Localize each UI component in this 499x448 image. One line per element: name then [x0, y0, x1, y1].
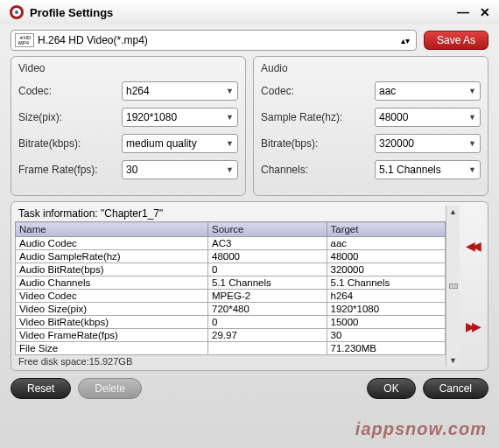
svg-point-2 — [15, 10, 18, 14]
chevron-down-icon: ▼ — [226, 87, 234, 95]
video-framerate-select[interactable]: 30▼ — [122, 160, 238, 179]
table-row[interactable]: File Size71.230MB — [16, 342, 446, 355]
video-bitrate-label: Bitrate(kbps): — [18, 137, 122, 150]
video-codec-select[interactable]: h264▼ — [122, 81, 238, 101]
audio-codec-select[interactable]: aac▼ — [375, 81, 481, 101]
prev-task-button[interactable]: ◀◀ — [466, 239, 478, 253]
chevron-down-icon: ▼ — [226, 113, 234, 122]
table-row[interactable]: Video BitRate(kbps)015000 — [16, 316, 446, 329]
minimize-icon[interactable]: — — [457, 5, 469, 19]
scrollbar[interactable]: ▲ ▼ — [446, 206, 460, 367]
chevron-down-icon: ▼ — [468, 165, 476, 174]
save-as-button[interactable]: Save As — [424, 31, 488, 50]
col-name[interactable]: Name — [16, 222, 208, 237]
task-info-title: Task information: "Chapter1_7" — [15, 206, 446, 221]
profile-label: H.264 HD Video(*.mp4) — [38, 34, 398, 46]
scroll-down-icon[interactable]: ▼ — [449, 356, 457, 365]
chevron-down-icon: ▼ — [468, 87, 476, 95]
chevron-down-icon: ▼ — [226, 139, 234, 148]
chevron-down-icon: ▼ — [226, 165, 234, 174]
app-icon — [9, 4, 25, 20]
video-codec-label: Codec: — [18, 85, 122, 97]
reset-button[interactable]: Reset — [11, 378, 71, 399]
scroll-up-icon[interactable]: ▲ — [449, 207, 457, 216]
audio-samplerate-select[interactable]: 48000▼ — [375, 108, 481, 127]
audio-bitrate-select[interactable]: 320000▼ — [375, 134, 481, 153]
table-row[interactable]: Audio BitRate(bps)0320000 — [16, 263, 446, 276]
table-row[interactable]: Audio Channels5.1 Channels5.1 Channels — [16, 276, 446, 290]
video-bitrate-select[interactable]: medium quality▼ — [122, 134, 238, 153]
audio-panel: Audio Codec: aac▼ Sample Rate(hz): 48000… — [253, 56, 488, 196]
video-section-title: Video — [18, 62, 238, 74]
audio-section-title: Audio — [261, 62, 481, 74]
chevron-updown-icon[interactable]: ▴▾ — [398, 36, 412, 46]
table-row[interactable]: Video CodecMPEG-2h264 — [16, 290, 446, 303]
table-row[interactable]: Video Size(pix)720*4801920*1080 — [16, 303, 446, 316]
delete-button[interactable]: Delete — [78, 378, 142, 399]
close-icon[interactable]: ✕ — [480, 5, 490, 19]
window-title: Profile Settings — [30, 6, 446, 19]
audio-codec-label: Codec: — [261, 85, 375, 97]
video-size-label: Size(pix): — [18, 111, 122, 123]
video-framerate-label: Frame Rate(fps): — [18, 164, 122, 176]
chevron-down-icon: ▼ — [468, 139, 476, 148]
audio-bitrate-label: Bitrate(bps): — [261, 137, 375, 150]
audio-channels-select[interactable]: 5.1 Channels▼ — [375, 160, 481, 179]
profile-select[interactable]: ◄HDMP4 H.264 HD Video(*.mp4) ▴▾ — [11, 30, 417, 51]
col-source[interactable]: Source — [208, 222, 327, 237]
audio-samplerate-label: Sample Rate(hz): — [261, 111, 375, 123]
audio-channels-label: Channels: — [261, 164, 375, 176]
table-row[interactable]: Audio SampleRate(hz)4800048000 — [16, 250, 446, 263]
title-bar: Profile Settings — ✕ — [0, 0, 499, 24]
col-target[interactable]: Target — [327, 222, 446, 237]
table-row[interactable]: Video FrameRate(fps)29.9730 — [16, 329, 446, 342]
video-panel: Video Codec: h264▼ Size(pix): 1920*1080▼… — [11, 56, 246, 196]
task-info-panel: Task information: "Chapter1_7" Name Sour… — [11, 201, 488, 371]
free-disk-label: Free disk space:15.927GB — [15, 355, 446, 368]
table-row[interactable]: Audio CodecAC3aac — [16, 237, 446, 250]
chevron-down-icon: ▼ — [468, 113, 476, 122]
mp4-icon: ◄HDMP4 — [15, 33, 34, 47]
cancel-button[interactable]: Cancel — [423, 378, 488, 399]
task-info-table: Name Source Target Audio CodecAC3aacAudi… — [15, 221, 446, 355]
video-size-select[interactable]: 1920*1080▼ — [122, 108, 238, 127]
watermark: iappsnow.com — [355, 419, 487, 439]
next-task-button[interactable]: ▶▶ — [466, 319, 478, 333]
scroll-thumb[interactable] — [449, 284, 458, 289]
ok-button[interactable]: OK — [367, 378, 415, 399]
